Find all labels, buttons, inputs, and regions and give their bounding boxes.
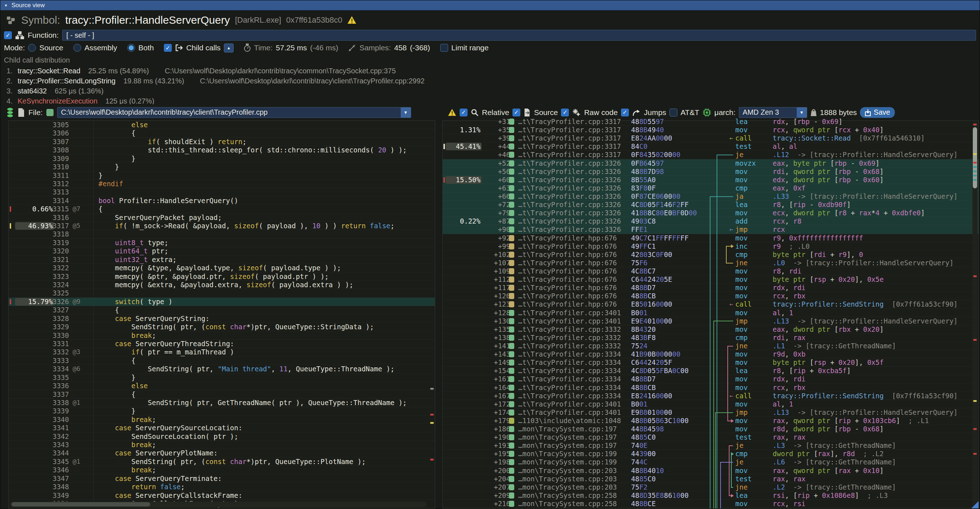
radio-assembly-label[interactable]: Assembly: [84, 43, 117, 52]
asm-location[interactable]: …t\TracyProfiler.hpp:676: [518, 300, 617, 308]
line-number[interactable]: 3342: [49, 433, 69, 441]
asm-row[interactable]: +120…t\TracyProfiler.hpp:676488BCBmovrcx…: [443, 292, 978, 300]
asm-location[interactable]: …t\TracyProfiler.hpp:676: [518, 234, 617, 242]
source-line[interactable]: 3341 case ServerQuerySourceLocation:: [9, 424, 435, 432]
database-icon[interactable]: [6, 108, 14, 118]
asm-location[interactable]: …t\TracyProfiler.cpp:3326: [518, 176, 621, 184]
att-label[interactable]: AT&T: [681, 108, 699, 117]
line-number[interactable]: 3305: [49, 121, 69, 129]
asm-row[interactable]: +130…t\TracyProfiler.cpp:3401E9E4010000j…: [443, 317, 978, 325]
collapse-icon[interactable]: ▼: [4, 3, 8, 8]
asm-location[interactable]: …t\TracyProfiler.cpp:3334: [518, 375, 621, 383]
assembly-vertical-scrollbar[interactable]: [972, 121, 977, 507]
source-line[interactable]: 3325: [9, 289, 435, 297]
asm-location[interactable]: …mon\TracySystem.cpp:203: [518, 483, 617, 491]
asm-location[interactable]: …mon\TracySystem.cpp:197: [518, 441, 617, 449]
line-number[interactable]: 3341: [49, 424, 69, 432]
resize-grip[interactable]: [971, 501, 978, 508]
line-number[interactable]: 3316: [49, 213, 69, 221]
line-number[interactable]: 3330: [49, 331, 69, 339]
asm-row[interactable]: +190…mon\TracySystem.cpp:1974885C0testra…: [443, 433, 978, 441]
line-number[interactable]: 3348: [49, 483, 69, 491]
source-line[interactable]: 3312#endif: [9, 180, 435, 188]
radio-both-label[interactable]: Both: [138, 43, 154, 52]
source-line[interactable]: 3333 {: [9, 356, 435, 365]
source-line[interactable]: 3305 else: [9, 121, 435, 129]
line-number[interactable]: 3318: [49, 230, 69, 238]
source-line[interactable]: 3327 {: [9, 306, 435, 314]
asm-location[interactable]: …t\TracyProfiler.hpp:676: [518, 284, 617, 291]
source-line[interactable]: 3344 case ServerQueryPlotName:: [9, 449, 435, 457]
asm-location[interactable]: …t\TracyProfiler.cpp:3401: [518, 309, 621, 317]
source-line[interactable]: 3308 std::this_thread::sleep_for( std::c…: [9, 146, 435, 154]
source-line[interactable]: 3318: [9, 230, 435, 238]
asm-row[interactable]: 15.50%+60…t\TracyProfiler.cpp:33268B55A0…: [443, 176, 978, 184]
asm-row[interactable]: +216…mon\TracySystem.cpp:258488BCEmovrcx…: [443, 499, 978, 508]
source-line[interactable]: 3310 }: [9, 163, 435, 171]
line-number[interactable]: 3309: [49, 154, 69, 162]
line-number[interactable]: 3326: [49, 297, 69, 305]
asm-location[interactable]: …t\TracyProfiler.cpp:3317: [518, 126, 621, 134]
line-number[interactable]: 3347: [49, 474, 69, 482]
asm-location[interactable]: …mon\TracySystem.cpp:199: [518, 450, 617, 458]
asm-location[interactable]: …t\TracyProfiler.cpp:3332: [518, 334, 621, 342]
asm-row[interactable]: +128…t\TracyProfiler.cpp:3401B001moval, …: [443, 309, 978, 317]
source-line[interactable]: 3346 break;: [9, 466, 435, 474]
asm-row[interactable]: +186…mon\TracySystem.cpp:197448B4598movr…: [443, 425, 978, 433]
asm-location[interactable]: …1103\include\atomic:1048: [518, 417, 621, 425]
asm-row[interactable]: +195…mon\TracySystem.cpp:199443900cmpdwo…: [443, 450, 978, 458]
child-call-name[interactable]: stat64i32: [18, 87, 47, 95]
child-call-item[interactable]: 3.stat64i32625 μs (1.36%): [0, 86, 980, 96]
asm-row[interactable]: +56…t\TracyProfiler.cpp:3326488B7D98movr…: [443, 167, 978, 176]
line-number[interactable]: 3307: [49, 138, 69, 146]
source-line[interactable]: 3316 ServerQueryPacket payload;: [9, 213, 435, 222]
asm-row[interactable]: 1.31%+35…t\TracyProfiler.cpp:3317488B494…: [443, 126, 978, 134]
source-checkbox[interactable]: ✓: [512, 108, 520, 116]
line-number[interactable]: 3346: [49, 466, 69, 474]
asm-row[interactable]: +161…t\TracyProfiler.cpp:3334488BD7movrd…: [443, 375, 978, 383]
file-select[interactable]: C:\Users\wolf\Desktop\darkrl\contrib\tra…: [57, 107, 411, 118]
source-line[interactable]: 3324 memcpy( &extra, &payload.extra, siz…: [9, 281, 435, 289]
line-number[interactable]: 3320: [49, 247, 69, 255]
source-line[interactable]: 3322 memcpy( &type, &payload.type, sizeo…: [9, 264, 435, 272]
source-line[interactable]: 3332@3 if( ptr == m_mainThread ): [9, 348, 435, 356]
march-select-arrow[interactable]: ▼: [797, 108, 807, 118]
asm-location[interactable]: …t\TracyProfiler.hpp:676: [518, 251, 617, 258]
asm-location[interactable]: …t\TracyProfiler.cpp:3326: [518, 184, 621, 192]
asm-row[interactable]: +63…t\TracyProfiler.cpp:332683F80Fcmpeax…: [443, 184, 978, 192]
line-number[interactable]: 3344: [49, 449, 69, 457]
asm-location[interactable]: …t\TracyProfiler.cpp:3326: [518, 217, 621, 225]
asm-location[interactable]: …t\TracyProfiler.cpp:3332: [518, 325, 621, 333]
asm-location[interactable]: …t\TracyProfiler.hpp:676: [518, 292, 617, 300]
asm-row[interactable]: +143…t\TracyProfiler.cpp:333441B90B00000…: [443, 350, 978, 358]
asm-row[interactable]: +39…t\TracyProfiler.cpp:3317E824AA0000←c…: [443, 134, 978, 142]
relative-checkbox[interactable]: ✓: [460, 108, 468, 116]
asm-location[interactable]: …t\TracyProfiler.cpp:3334: [518, 367, 621, 375]
asm-location[interactable]: …t\TracyProfiler.cpp:3334: [518, 383, 621, 391]
line-number[interactable]: 3339: [49, 407, 69, 415]
asm-row[interactable]: +117…t\TracyProfiler.hpp:676488BD7movrdx…: [443, 284, 978, 292]
rawcode-checkbox[interactable]: ✓: [561, 108, 569, 116]
line-number[interactable]: 3308: [49, 146, 69, 154]
source-line[interactable]: 3313: [9, 188, 435, 196]
line-number[interactable]: 3336: [49, 382, 69, 390]
source-line[interactable]: 3331 case ServerQueryThreadString:: [9, 340, 435, 348]
asm-location[interactable]: …mon\TracySystem.cpp:197: [518, 425, 617, 433]
asm-location[interactable]: …t\TracyProfiler.cpp:3317: [518, 151, 621, 159]
line-number[interactable]: 3338: [49, 399, 69, 407]
title-bar[interactable]: ▼ Source view: [0, 0, 980, 10]
source-line[interactable]: 3343 break;: [9, 441, 435, 449]
source-line[interactable]: 3321 uint32_t extra;: [9, 256, 435, 264]
radio-assembly[interactable]: [73, 44, 81, 52]
source-horizontal-scrollbar[interactable]: [10, 501, 426, 507]
asm-row[interactable]: +107…t\TracyProfiler.hpp:67675F6jne.L0 -…: [443, 259, 978, 267]
asm-location[interactable]: …mon\TracySystem.cpp:197: [518, 433, 617, 441]
source-line[interactable]: 3307 if( shouldExit ) return;: [9, 138, 435, 146]
radio-source[interactable]: [28, 44, 36, 52]
source-vertical-scrollbar[interactable]: [430, 121, 434, 500]
source-line[interactable]: 15.79%3326@9 switch( type ): [9, 297, 435, 306]
source-line[interactable]: 3340 break;: [9, 415, 435, 424]
asm-location[interactable]: …t\TracyProfiler.hpp:676: [518, 242, 617, 250]
line-number[interactable]: 3311: [49, 172, 69, 180]
source-line[interactable]: 3329 SendString( ptr, (const char*)ptr, …: [9, 323, 435, 331]
